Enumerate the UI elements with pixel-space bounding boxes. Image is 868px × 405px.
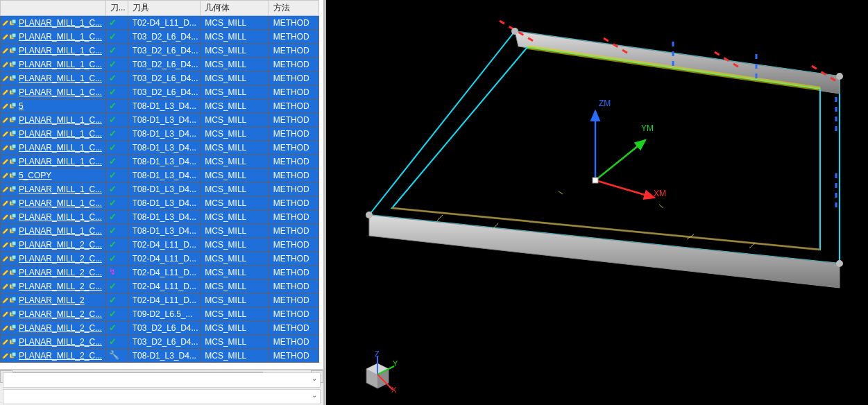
table-row[interactable]: PLANAR_MILL_2_C...✓T02-D4_L11_D...MCS_MI… (1, 252, 319, 266)
operation-name: PLANAR_MILL_2_C... (19, 309, 102, 319)
table-row[interactable]: PLANAR_MILL_2✓T02-D4_L11_D...MCS_MILLMET… (1, 293, 319, 307)
dropdown-row-1[interactable]: ⌄ (3, 372, 321, 388)
operation-name: PLANAR_MILL_1_C... (19, 198, 102, 208)
table-row[interactable]: PLANAR_MILL_2_C...✓T02-D4_L11_D...MCS_MI… (1, 279, 319, 293)
operation-name: PLANAR_MILL_1_C... (19, 212, 102, 222)
method-cell: METHOD (269, 238, 318, 251)
operation-icon (2, 19, 17, 26)
table-row[interactable]: PLANAR_MILL_2_C...✓T02-D4_L11_D...MCS_MI… (1, 238, 319, 252)
status-check-icon: ✓ (109, 155, 117, 168)
table-row[interactable]: PLANAR_MILL_1_C...✓T08-D1_L3_D4...MCS_MI… (1, 113, 319, 127)
svg-rect-37 (12, 269, 16, 273)
chevron-down-icon: ⌄ (312, 374, 317, 382)
table-row[interactable]: PLANAR_MILL_1_C...✓T08-D1_L3_D4...MCS_MI… (1, 127, 319, 141)
operation-icon (2, 338, 17, 345)
3d-viewport[interactable]: ZM YM XM Z Y X (326, 0, 868, 405)
table-row[interactable]: 5_COPY✓T08-D1_L3_D4...MCS_MILLMETHOD (1, 169, 319, 182)
table-row[interactable]: PLANAR_MILL_1_C...✓T03_D2_L6_D4...MCS_MI… (1, 71, 319, 85)
table-row[interactable]: PLANAR_MILL_2_C...✓T03_D2_L6_D4...MCS_MI… (1, 321, 319, 335)
svg-point-71 (836, 260, 843, 267)
operation-name: PLANAR_MILL_1_C... (19, 18, 102, 28)
operation-name: PLANAR_MILL_1_C... (19, 74, 102, 83)
col-tool[interactable]: 刀具 (128, 1, 200, 16)
wcs-triad[interactable]: ZM YM XM (581, 90, 665, 201)
col-name[interactable] (1, 1, 106, 16)
table-row[interactable]: 5✓T08-D1_L3_D4...MCS_MILLMETHOD (1, 99, 319, 113)
view-orientation-gizmo[interactable]: Z Y X (357, 354, 398, 395)
svg-rect-31 (12, 227, 16, 232)
method-cell: METHOD (269, 169, 318, 182)
svg-rect-41 (12, 297, 16, 301)
tool-cell: T08-D1_L3_D4... (128, 141, 200, 154)
table-row[interactable]: PLANAR_MILL_2_C...✓T03_D2_L6_D4...MCS_MI… (1, 335, 319, 349)
svg-rect-35 (12, 255, 16, 259)
operation-name: PLANAR_MILL_1_C... (19, 87, 102, 97)
geometry-cell: MCS_MILL (201, 349, 268, 362)
svg-rect-39 (12, 283, 16, 287)
method-cell: METHOD (269, 335, 318, 348)
tool-cell: T08-D1_L3_D4... (128, 127, 200, 140)
status-check-icon: ✓ (109, 99, 117, 112)
dropdown-row-2[interactable]: ⌄ (3, 389, 321, 404)
status-check-icon: ✓ (109, 238, 117, 251)
operation-name: PLANAR_MILL_1_C... (19, 157, 102, 166)
status-check-icon: ✓ (109, 169, 117, 182)
svg-rect-11 (12, 89, 16, 93)
geometry-cell: MCS_MILL (201, 196, 268, 209)
table-row[interactable]: PLANAR_MILL_1_C...✓T08-D1_L3_D4...MCS_MI… (1, 224, 319, 238)
chevron-down-icon: ⌄ (312, 391, 317, 399)
geometry-cell: MCS_MILL (201, 127, 268, 140)
operation-tree[interactable]: 刀... 刀具 几何体 方法 PLANAR_MILL_1_C...✓T02-D4… (0, 0, 323, 370)
table-row[interactable]: PLANAR_MILL_2_C...↯T02-D4_L11_D...MCS_MI… (1, 266, 319, 279)
geometry-cell: MCS_MILL (201, 293, 268, 307)
geometry-cell: MCS_MILL (201, 85, 268, 98)
gizmo-label-z: Z (375, 350, 380, 358)
method-cell: METHOD (269, 293, 318, 307)
col-track[interactable]: 刀... (105, 1, 128, 16)
operation-name: PLANAR_MILL_2 (19, 295, 85, 305)
table-row[interactable]: PLANAR_MILL_1_C...✓T03_D2_L6_D4...MCS_MI… (1, 58, 319, 71)
tree-horizontal-scrollbar[interactable]: ◀ ▶ (0, 370, 323, 370)
table-row[interactable]: PLANAR_MILL_1_C...✓T08-D1_L3_D4...MCS_MI… (1, 141, 319, 155)
svg-rect-13 (12, 103, 16, 107)
operation-icon (2, 297, 17, 304)
table-row[interactable]: PLANAR_MILL_1_C...✓T03_D2_L6_D4...MCS_MI… (1, 44, 319, 58)
status-check-icon: ✓ (109, 127, 117, 140)
table-row[interactable]: PLANAR_MILL_1_C...✓T03_D2_L6_D4...MCS_MI… (1, 85, 319, 99)
svg-rect-25 (12, 186, 16, 190)
dependency-panels: ⌄ ⌄ (0, 370, 323, 405)
operation-navigator-panel: 刀... 刀具 几何体 方法 PLANAR_MILL_1_C...✓T02-D4… (0, 0, 326, 405)
tool-cell: T02-D4_L11_D... (128, 238, 200, 251)
status-check-icon: ✓ (109, 58, 117, 71)
svg-rect-29 (12, 214, 16, 218)
table-row[interactable]: PLANAR_MILL_1_C...✓T08-D1_L3_D4...MCS_MI… (1, 210, 319, 224)
method-cell: METHOD (269, 224, 318, 237)
table-row[interactable]: PLANAR_MILL_1_C...✓T08-D1_L3_D4...MCS_MI… (1, 155, 319, 169)
method-cell: METHOD (269, 44, 318, 57)
tool-cell: T02-D4_L11_D... (128, 16, 200, 29)
svg-rect-19 (12, 144, 16, 148)
table-row[interactable]: PLANAR_MILL_1_C...✓T02-D4_L11_D...MCS_MI… (1, 16, 319, 30)
table-row[interactable]: PLANAR_MILL_1_C...✓T03_D2_L6_D4...MCS_MI… (1, 30, 319, 44)
col-geometry[interactable]: 几何体 (201, 1, 269, 16)
tool-cell: T08-D1_L3_D4... (128, 113, 200, 126)
geometry-cell: MCS_MILL (201, 335, 268, 348)
method-cell: METHOD (269, 349, 318, 362)
tool-cell: T08-D1_L3_D4... (128, 349, 200, 362)
operation-icon (2, 311, 17, 318)
operation-icon (2, 186, 17, 193)
status-wrench-icon: 🔧 (109, 349, 119, 362)
operation-icon (2, 130, 17, 137)
operation-icon (2, 158, 17, 165)
table-row[interactable]: PLANAR_MILL_1_C...✓T08-D1_L3_D4...MCS_MI… (1, 182, 319, 196)
table-row[interactable]: PLANAR_MILL_2_C...✓T09-D2_L6.5_...MCS_MI… (1, 307, 319, 321)
operation-name: 5 (19, 101, 24, 111)
col-method[interactable]: 方法 (269, 1, 318, 16)
geometry-cell: MCS_MILL (201, 279, 268, 293)
operation-name: PLANAR_MILL_1_C... (19, 32, 102, 42)
tool-cell: T03_D2_L6_D4... (128, 335, 200, 348)
svg-point-70 (366, 212, 373, 218)
tool-cell: T03_D2_L6_D4... (128, 58, 200, 71)
table-row[interactable]: PLANAR_MILL_2_C...🔧T08-D1_L3_D4...MCS_MI… (1, 349, 319, 363)
table-row[interactable]: PLANAR_MILL_1_C...✓T08-D1_L3_D4...MCS_MI… (1, 196, 319, 210)
